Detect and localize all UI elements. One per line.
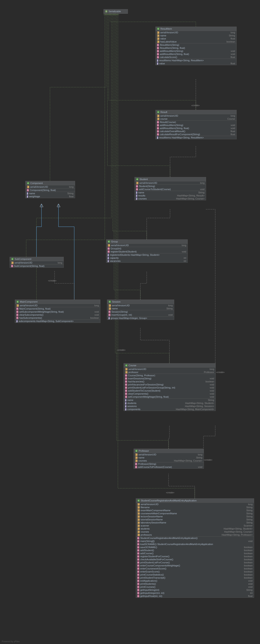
member-row[interactable]: mprintStudents()void <box>136 582 254 585</box>
member-row[interactable]: presultItems HashMap<String, ResultItem> <box>156 59 236 62</box>
member-row[interactable]: presultsHashMap<String, Result> <box>135 194 206 197</box>
member-row[interactable]: maddStudentToCourse(Student)void <box>124 389 215 392</box>
member-row[interactable]: mclearSubcomponents()void <box>15 313 100 316</box>
member-row[interactable]: mResultItem(String) <box>156 43 236 46</box>
member-row[interactable]: pvacanciesint <box>106 260 187 262</box>
member-row[interactable]: pcoursesHashMap<String, Course> <box>135 197 206 200</box>
member-row[interactable]: mMainComponent(String, float) <box>15 307 100 310</box>
member-row[interactable]: mcalculateOverallResult()float <box>156 130 236 133</box>
member-row[interactable]: mregisterStudentForCourse()boolean <box>136 555 254 558</box>
member-row[interactable]: pcapacityint <box>106 256 187 260</box>
member-row[interactable]: mprintVacanciesForSession(String)void <box>124 383 215 386</box>
member-row[interactable]: mcheckAvailableSlotForCourse()boolean <box>136 558 254 561</box>
member-row[interactable]: fprofessorProfessor <box>124 370 215 374</box>
member-row[interactable]: mcalculateScore()float <box>156 56 236 59</box>
member-row[interactable]: menterCourseworkScore()boolean <box>136 567 254 570</box>
member-row[interactable]: fserialVersionUIDlong <box>10 261 64 264</box>
member-row[interactable]: mgetInputInteger(int, int)int <box>136 592 254 594</box>
member-row[interactable]: ftutorialSessionNameString <box>136 518 254 521</box>
member-row[interactable]: maddCourseToProfessor(Course)void <box>134 466 204 468</box>
member-row[interactable]: mprintCourses()void <box>136 585 254 588</box>
member-row[interactable]: mResultItem(String, float) <box>156 46 236 50</box>
member-row[interactable]: presultItems HashMap<String, ResultItem> <box>156 136 236 139</box>
class-app[interactable]: CStudentCourseRegistrationAndMarkEntryAp… <box>136 498 254 598</box>
member-row[interactable]: fcoursesHashMap<String, Course> <box>136 530 254 533</box>
member-row[interactable]: fnameString <box>134 456 204 459</box>
member-row[interactable]: psubcomponents HashMap<String, SubCompon… <box>15 320 100 323</box>
member-row[interactable]: msaveSCRAME()boolean <box>136 546 254 549</box>
member-row[interactable]: fserialVersionUIDlong <box>134 453 204 456</box>
class-serializable[interactable]: ISerializable <box>104 9 128 14</box>
member-row[interactable]: fserialVersionUIDlong <box>107 304 174 307</box>
member-row[interactable]: pnameString <box>124 398 215 402</box>
class-header[interactable]: CGroup <box>106 240 187 244</box>
member-row[interactable]: pstudentsHashMap<String, Student> <box>124 402 215 405</box>
member-row[interactable]: mprintStudentListForSessionGroup(String,… <box>124 386 215 389</box>
member-row[interactable]: mmain(String[])void <box>136 540 254 543</box>
member-row[interactable]: flaboratorySessionNameString <box>136 521 254 524</box>
member-row[interactable]: maddResultItem(String)void <box>156 124 236 127</box>
member-row[interactable]: mloadSCRAME() StudentCourseRegistrationA… <box>136 543 254 546</box>
class-header[interactable]: CResult <box>156 110 236 114</box>
member-row[interactable]: msetSubcomponentWeightage(String, float)… <box>15 310 100 313</box>
member-row[interactable]: fscannerScanner <box>136 524 254 527</box>
member-row[interactable]: ffilenameString <box>136 506 254 509</box>
member-row[interactable]: mcalculateResultForComponent(String)floa… <box>156 133 236 136</box>
member-row[interactable]: pgroups HashMap<Integer, Group> <box>107 316 174 320</box>
member-row[interactable]: pnameString <box>135 191 206 194</box>
member-row[interactable]: fexamMainComponentNameString <box>136 509 254 512</box>
member-row[interactable]: mregisterStudent(Student)void <box>106 250 187 253</box>
member-row[interactable]: fprofessorsHashMap<String, Professor> <box>136 533 254 536</box>
member-row[interactable]: fserialVersionUIDlong <box>156 31 236 34</box>
member-row[interactable]: maddCourse()boolean <box>136 552 254 555</box>
class-header[interactable]: CStudentCourseRegistrationAndMarkEntryAp… <box>136 498 254 503</box>
member-row[interactable]: mGroup(int) <box>106 247 187 250</box>
member-row[interactable]: fserialVersionUIDlong <box>135 182 206 184</box>
member-row[interactable]: mprintCourseStatistics()boolean <box>136 573 254 576</box>
member-row[interactable]: fserialVersionUIDlong <box>156 114 236 117</box>
member-row[interactable]: pcomponentsHashMap<String, MainComponent… <box>124 408 215 411</box>
member-row[interactable]: minsertSessions(String)void <box>124 377 215 380</box>
class-header[interactable]: ISerializable <box>104 9 128 14</box>
member-row[interactable]: minsertGroup(int, int)void <box>107 313 174 316</box>
member-row[interactable]: mclearComponents()void <box>124 392 215 395</box>
member-row[interactable]: maddResultItem(String, float)void <box>156 52 236 56</box>
class-subComponent[interactable]: CSubComponentfserialVersionUIDlongmSubCo… <box>10 257 64 268</box>
member-row[interactable]: pweightagefloat <box>26 195 75 198</box>
class-header[interactable]: CSession <box>107 300 174 304</box>
member-row[interactable]: msetComponentWeightage(String, float)voi… <box>124 395 215 398</box>
member-row[interactable]: mSession(String) <box>107 310 174 313</box>
class-group[interactable]: CGroupfserialVersionUIDlongmGroup(int)mr… <box>106 239 188 263</box>
member-row[interactable]: fserialVersionUIDlong <box>124 368 215 370</box>
member-row[interactable]: maddResultItem(String, float)void <box>156 127 236 130</box>
member-row[interactable]: mStudent(String) <box>135 184 206 188</box>
member-row[interactable]: fserialVersionUIDlong <box>26 185 75 188</box>
member-row[interactable]: pnameString <box>26 192 75 195</box>
class-header[interactable]: CResultItem <box>156 27 236 31</box>
member-row[interactable]: fnameString <box>107 307 174 310</box>
class-mainComponent[interactable]: CMainComponentfserialVersionUIDlongmMain… <box>15 300 100 323</box>
member-row[interactable]: flectureSessionNameString <box>136 515 254 518</box>
member-row[interactable]: fnameString <box>156 34 236 37</box>
member-row[interactable]: mComponent(String, float) <box>26 188 75 192</box>
member-row[interactable]: fcoursesHashMap<String, Course> <box>134 459 204 462</box>
class-header[interactable]: CCourse <box>124 364 215 368</box>
member-row[interactable]: mSubComponent(String, float) <box>10 264 64 268</box>
class-session[interactable]: CSessionfserialVersionUIDlongfnameString… <box>107 300 174 320</box>
member-row[interactable]: mprintStudentListForCourse()boolean <box>136 561 254 564</box>
member-row[interactable]: menterCourseComponentsWeightage()boolean <box>136 564 254 567</box>
class-result[interactable]: CResultfserialVersionUIDlongfcourseCours… <box>155 110 237 139</box>
member-row[interactable]: mexitApplication()void <box>136 579 254 582</box>
member-row[interactable]: mhasVacancies()boolean <box>124 380 215 383</box>
class-header[interactable]: CComponent <box>26 181 75 185</box>
member-row[interactable]: fcourseworkMainComponentNameString <box>136 512 254 515</box>
member-row[interactable]: mResult(Course) <box>156 120 236 124</box>
member-row[interactable]: pregisteredStudents HashMap<String, Stud… <box>106 253 187 256</box>
member-row[interactable]: mgetInputString(int)String <box>136 588 254 592</box>
member-row[interactable]: mhasSubcomponents()boolean <box>15 316 100 320</box>
class-component[interactable]: CComponentfserialVersionUIDlongmComponen… <box>25 181 75 198</box>
class-resultItem[interactable]: CResultItemfserialVersionUIDlongfnameStr… <box>155 26 237 65</box>
member-row[interactable]: maddStudent()boolean <box>136 549 254 552</box>
class-course[interactable]: CCoursefserialVersionUIDlongfprofessorPr… <box>124 363 216 411</box>
member-row[interactable]: fhasLatestValueboolean <box>156 40 236 43</box>
